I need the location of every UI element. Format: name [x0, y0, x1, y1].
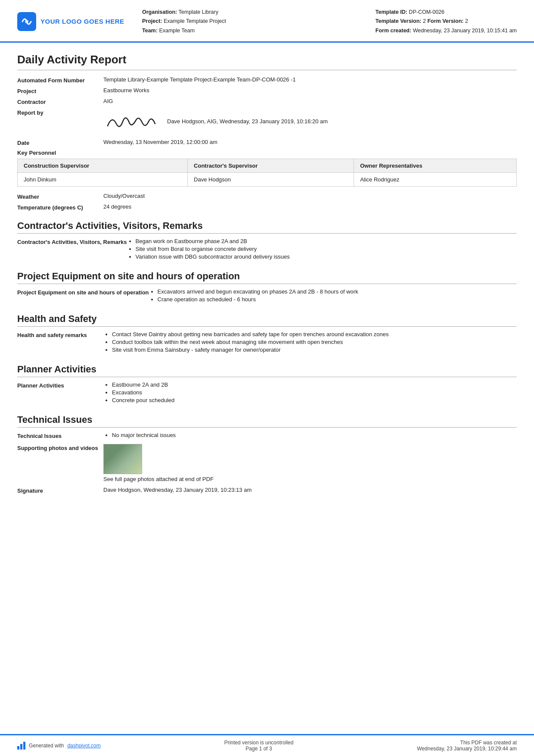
report-by-label: Report by [17, 109, 103, 116]
temperature-label: Temperature (degrees C) [17, 203, 103, 211]
logo-text: YOUR LOGO GOES HERE [40, 18, 124, 25]
list-item: Site visit from Emma Sainsbury - safety … [112, 347, 517, 353]
signature-label: Signature [17, 487, 103, 494]
footer-left: Generated with dashpivot.com [17, 742, 101, 750]
section-0-label: Contractor's Activities, Visitors, Remar… [17, 238, 127, 245]
section-2-label: Health and safety remarks [17, 331, 103, 338]
personnel-cell-supervisor: John Dinkum [18, 172, 188, 186]
supporting-photos-row: Supporting photos and videos See full pa… [17, 444, 517, 482]
footer-generated-prefix: Generated with [29, 743, 64, 749]
section-0-row: Contractor's Activities, Visitors, Remar… [17, 238, 517, 261]
section-heading-4: Technical Issues [17, 414, 517, 428]
report-title: Daily Activity Report [17, 53, 517, 70]
main-content: Daily Activity Report Automated Form Num… [0, 43, 534, 717]
temperature-row: Temperature (degrees C) 24 degrees [17, 203, 517, 211]
org-value: Template Library [179, 9, 218, 15]
section-heading-2: Health and Safety [17, 313, 517, 327]
report-by-text: Dave Hodgson, AIG, Wednesday, 23 January… [167, 118, 328, 125]
project-row: Project: Example Template Project [142, 17, 376, 26]
list-item: Began work on Eastbourne phase 2A and 2B [136, 238, 517, 244]
bar2 [20, 744, 22, 750]
personnel-table: Construction Supervisor Contractor's Sup… [17, 159, 517, 187]
section-2-row: Health and safety remarks Contact Steve … [17, 331, 517, 354]
list-item: Concrete pour scheduled [112, 397, 517, 403]
section-heading-0: Contractor's Activities, Visitors, Remar… [17, 220, 517, 234]
personnel-header-col1: Construction Supervisor [18, 159, 188, 172]
list-item: Eastbourne 2A and 2B [112, 381, 517, 388]
footer-right-line2: Wednesday, 23 January 2019, 10:29:44 am [417, 746, 517, 752]
header: YOUR LOGO GOES HERE Organisation: Templa… [0, 0, 534, 43]
project-label: Project: [142, 18, 162, 24]
signature-value: Dave Hodgson, Wednesday, 23 January 2019… [103, 487, 517, 493]
section-1-label: Project Equipment on site and hours of o… [17, 288, 149, 296]
automated-form-row: Automated Form Number Template Library-E… [17, 76, 517, 84]
contractor-field-label: Contractor [17, 98, 103, 105]
date-field-value: Wednesday, 13 November 2019, 12:00:00 am [103, 139, 517, 145]
logo-box: YOUR LOGO GOES HERE [17, 12, 124, 31]
form-created-row: Form created: Wednesday, 23 January 2019… [376, 26, 517, 35]
section-3-label: Planner Activities [17, 381, 103, 389]
org-label: Organisation: [142, 9, 177, 15]
section-3-bullets: Eastbourne 2A and 2B Excavations Concret… [103, 381, 517, 405]
supporting-photos-value: See full page photos attached at end of … [103, 444, 517, 482]
template-version-label: Template Version: [376, 18, 422, 24]
template-id-row: Template ID: DP-COM-0026 [376, 8, 517, 17]
personnel-header-col3: Owner Representatives [354, 159, 517, 172]
form-version-label: Form Version: [427, 18, 463, 24]
footer-right-line1: This PDF was created at [417, 740, 517, 746]
team-value: Example Team [159, 28, 194, 34]
footer-center-line1: Printed version is uncontrolled [224, 740, 294, 746]
personnel-header-row: Construction Supervisor Contractor's Sup… [18, 159, 517, 172]
list-item: Contact Steve Daintry about getting new … [112, 331, 517, 337]
weather-row: Weather Cloudy/Overcast [17, 193, 517, 200]
footer: Generated with dashpivot.com Printed ver… [0, 734, 534, 756]
section-1-bullets: Excavators arrived and begun excavating … [149, 288, 517, 304]
template-id-value: DP-COM-0026 [409, 9, 444, 15]
template-version-row: Template Version: 2 Form Version: 2 [376, 17, 517, 26]
list-item: Conduct toolbox talk within the next wee… [112, 339, 517, 345]
list-item: Excavators arrived and begun excavating … [158, 288, 517, 295]
key-personnel-label: Key Personnel [17, 150, 517, 156]
list-item: Site visit from Boral to organise concre… [136, 246, 517, 252]
logo-icon [17, 12, 36, 31]
dashpivot-link[interactable]: dashpivot.com [67, 743, 100, 749]
section-heading-3: Planner Activities [17, 364, 517, 377]
template-version-value: 2 [423, 18, 426, 24]
section-4-label: Technical Issues [17, 432, 103, 439]
weather-value: Cloudy/Overcast [103, 193, 517, 199]
signature-row: Signature Dave Hodgson, Wednesday, 23 Ja… [17, 487, 517, 494]
section-3-row: Planner Activities Eastbourne 2A and 2B … [17, 381, 517, 405]
section-heading-1: Project Equipment on site and hours of o… [17, 271, 517, 284]
report-by-row: Report by Dave Hodgson, AIG, Wednesday, … [17, 109, 517, 134]
team-label: Team: [142, 28, 158, 34]
signature-area: Dave Hodgson, AIG, Wednesday, 23 January… [103, 109, 517, 134]
automated-form-label: Automated Form Number [17, 76, 103, 84]
bar1 [17, 746, 19, 750]
list-item: Excavations [112, 389, 517, 396]
list-item: Crane operation as scheduled - 6 hours [158, 296, 517, 303]
section-2-bullets: Contact Steve Daintry about getting new … [103, 331, 517, 354]
section-0-bullets: Began work on Eastbourne phase 2A and 2B… [127, 238, 517, 261]
photo-thumbnail [103, 444, 142, 474]
project-field-label: Project [17, 87, 103, 94]
table-row: John Dinkum Dave Hodgson Alice Rodriguez [18, 172, 517, 186]
team-row: Team: Example Team [142, 26, 376, 35]
footer-right: This PDF was created at Wednesday, 23 Ja… [417, 740, 517, 752]
personnel-cell-contractor-supervisor: Dave Hodgson [188, 172, 354, 186]
personnel-header-col2: Contractor's Supervisor [188, 159, 354, 172]
report-by-value: Dave Hodgson, AIG, Wednesday, 23 January… [103, 109, 517, 134]
list-item: No major technical issues [112, 432, 517, 438]
supporting-photos-label: Supporting photos and videos [17, 444, 103, 451]
org-row: Organisation: Template Library [142, 8, 376, 17]
logo-area: YOUR LOGO GOES HERE [17, 8, 129, 35]
form-created-label: Form created: [376, 28, 411, 34]
section-4-bullets: No major technical issues [103, 432, 517, 440]
page: YOUR LOGO GOES HERE Organisation: Templa… [0, 0, 534, 756]
header-meta-center: Organisation: Template Library Project: … [129, 8, 376, 35]
automated-form-value: Template Library-Example Template Projec… [103, 76, 517, 83]
bar3 [23, 742, 25, 750]
footer-center-line2: Page 1 of 3 [224, 746, 294, 752]
project-row: Project Eastbourne Works [17, 87, 517, 94]
contractor-row: Contractor AIG [17, 98, 517, 105]
header-meta-right: Template ID: DP-COM-0026 Template Versio… [376, 8, 517, 35]
